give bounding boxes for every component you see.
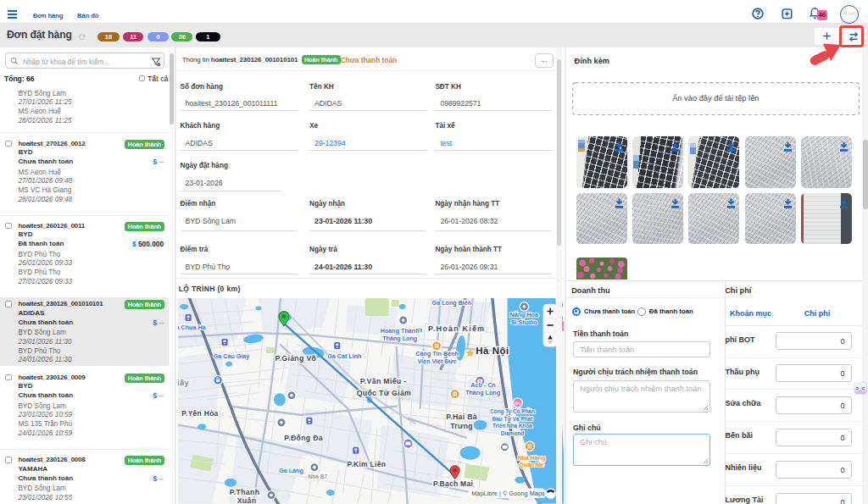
svg-text:Diamond: Diamond — [501, 430, 524, 436]
svg-text:Nắng Hoa: Nắng Hoa — [510, 312, 539, 319]
svg-text:Quán Mề: Quán Mề — [519, 462, 544, 469]
svg-text:P.Đống Đa: P.Đống Đa — [284, 434, 323, 442]
svg-text:Nhà Hàng: Nhà Hàng — [518, 455, 546, 462]
svg-text:P.Hai Bà: P.Hai Bà — [446, 413, 477, 422]
svg-text:Viện Việt Đức: Viện Việt Đức — [417, 359, 456, 366]
svg-text:Hoàng Thành: Hoàng Thành — [381, 328, 420, 335]
svg-text:P.Văn Miếu -: P.Văn Miếu - — [360, 377, 407, 385]
svg-text:Đầu Tư Và Phát: Đầu Tư Và Phát — [492, 415, 533, 422]
svg-text:P.Hoàn Kiếm: P.Hoàn Kiếm — [428, 324, 485, 333]
svg-text:Ga Long Biên: Ga Long Biên — [432, 300, 472, 307]
svg-text:Si Studio: Si Studio — [511, 319, 538, 326]
svg-text:Acb - Cn: Acb - Cn — [470, 382, 495, 389]
svg-text:Thăng Long: Thăng Long — [465, 390, 500, 397]
svg-text:P.Bạch Mai: P.Bạch Mai — [433, 480, 473, 489]
svg-text:a Chùa Hà: a Chùa Hà — [178, 324, 206, 331]
svg-text:Công Ty Cổ Phần: Công Ty Cổ Phần — [490, 408, 535, 416]
svg-text:Quốc Tử Giám: Quốc Tử Giám — [357, 390, 412, 398]
svg-text:Hà Nội: Hà Nội — [476, 346, 509, 357]
svg-text:MapLibre | © Goong Maps: MapLibre | © Goong Maps — [471, 490, 545, 498]
svg-text:iấy: iấy — [178, 378, 190, 387]
svg-text:Ga Láng: Ga Láng — [279, 468, 303, 474]
svg-text:P.Kim Liên: P.Kim Liên — [348, 460, 387, 468]
svg-text:P.Thanh: P.Thanh — [230, 488, 260, 496]
svg-text:Ho: Ho — [515, 401, 521, 406]
svg-text:Căng Tin Bệnh: Căng Tin Bệnh — [415, 352, 458, 358]
svg-text:Nhà B7: Nhà B7 — [309, 474, 328, 480]
svg-text:P.Giảng Võ: P.Giảng Võ — [275, 354, 317, 363]
svg-text:Xuân: Xuân — [237, 496, 257, 503]
svg-text:Thăng Long: Thăng Long — [382, 335, 417, 342]
svg-text:Trưng: Trưng — [450, 422, 473, 430]
svg-text:Triển Nha Khoa: Triển Nha Khoa — [492, 424, 532, 429]
svg-text:P.Yên Hòa: P.Yên Hòa — [181, 409, 219, 418]
svg-text:Ga Cầu Giấy: Ga Cầu Giấy — [214, 352, 250, 360]
svg-text:Ga Cát Linh: Ga Cát Linh — [327, 353, 361, 360]
